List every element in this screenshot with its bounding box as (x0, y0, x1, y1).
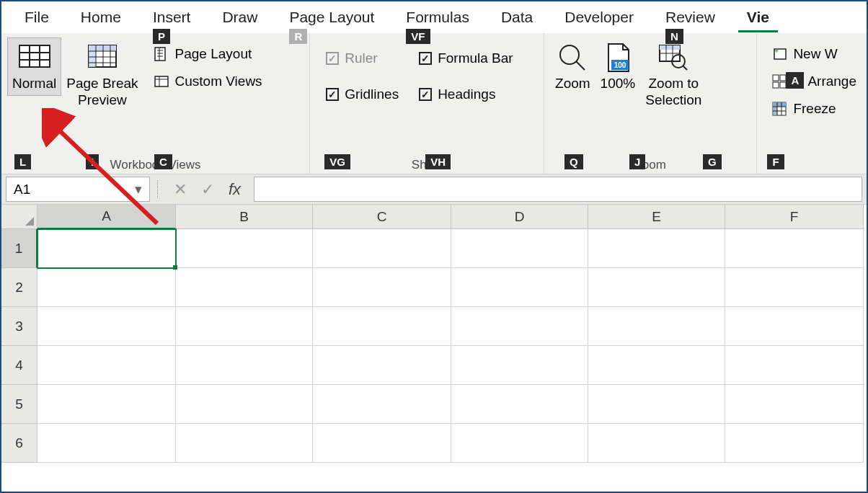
cell-F4[interactable] (725, 346, 864, 385)
cell-E3[interactable] (588, 307, 725, 346)
cell-E4[interactable] (588, 346, 725, 385)
new-window-label: New W (793, 46, 837, 62)
zoom-selection-button[interactable]: Zoom to Selection (640, 37, 707, 112)
tab-view[interactable]: Vie (731, 3, 785, 32)
cell-B5[interactable] (176, 385, 313, 424)
cell-E2[interactable] (588, 268, 725, 307)
row-header-3[interactable]: 3 (1, 307, 37, 346)
page-break-preview-button[interactable]: Page Break Preview (61, 37, 143, 112)
freeze-panes-button[interactable]: Freeze (767, 98, 861, 120)
new-window-button[interactable]: + New W (767, 43, 861, 65)
row-header-6[interactable]: 6 (1, 424, 37, 463)
tab-developer[interactable]: Developer (549, 3, 650, 32)
cell-C2[interactable] (313, 268, 451, 307)
row-header-5[interactable]: 5 (1, 385, 37, 424)
cell-A2[interactable] (37, 268, 176, 307)
formula-bar-checkbox[interactable]: ✓ Formula Bar (419, 48, 513, 69)
tab-insert[interactable]: Insert P (137, 3, 207, 32)
cell-C3[interactable] (313, 307, 451, 346)
tab-data[interactable]: Data (485, 3, 549, 32)
column-header-F[interactable]: F (725, 205, 864, 229)
keytip-zoom: Q (564, 154, 583, 169)
cell-D5[interactable] (451, 385, 588, 424)
row-header-2[interactable]: 2 (1, 268, 37, 307)
cell-A1[interactable] (37, 229, 176, 268)
arrange-icon (771, 74, 787, 89)
gridlines-checkbox[interactable]: ✓ Gridlines (326, 84, 399, 105)
cell-E6[interactable] (588, 424, 725, 463)
tab-home[interactable]: Home (65, 3, 137, 32)
cell-C1[interactable] (313, 229, 451, 268)
cell-C4[interactable] (313, 346, 451, 385)
cell-A3[interactable] (37, 307, 176, 346)
cell-E1[interactable] (588, 229, 725, 268)
cell-A5[interactable] (37, 385, 176, 424)
cell-B4[interactable] (176, 346, 313, 385)
headings-label: Headings (438, 86, 495, 102)
tab-page-layout[interactable]: Page Layout R (273, 3, 390, 32)
column-header-A[interactable]: A (37, 205, 176, 229)
tab-draw[interactable]: Draw (206, 3, 273, 32)
new-window-icon: + (771, 46, 787, 62)
checkbox-icon: ✓ (419, 88, 432, 101)
ruler-checkbox: ✓ Ruler (326, 48, 399, 69)
cell-A6[interactable] (37, 424, 176, 463)
cell-F5[interactable] (725, 385, 864, 424)
cell-D4[interactable] (451, 346, 588, 385)
cell-F3[interactable] (725, 307, 864, 346)
row-header-1[interactable]: 1 (1, 229, 37, 268)
row-header-4[interactable]: 4 (1, 346, 37, 385)
cell-C6[interactable] (313, 424, 451, 463)
cell-B1[interactable] (176, 229, 313, 268)
page-layout-button[interactable]: Page Layout (149, 43, 267, 65)
cell-D2[interactable] (451, 268, 588, 307)
svg-rect-19 (155, 76, 168, 86)
keytip-formulas: VF (406, 29, 430, 44)
cell-E5[interactable] (588, 385, 725, 424)
keytip-gridlines: VG (324, 154, 350, 169)
keytip-custom-views: C (154, 154, 172, 169)
checkbox-icon: ✓ (326, 52, 339, 65)
column-header-E[interactable]: E (588, 205, 725, 229)
name-box[interactable]: A1 ▾ (6, 177, 150, 202)
checkbox-icon: ✓ (419, 52, 432, 65)
custom-views-button[interactable]: Custom Views (149, 71, 267, 92)
cell-C5[interactable] (313, 385, 451, 424)
svg-rect-41 (773, 102, 777, 115)
zoom-100-button[interactable]: 100 100% (595, 37, 641, 112)
cell-A4[interactable] (37, 346, 176, 385)
headings-checkbox[interactable]: ✓ Headings (419, 84, 513, 105)
dropdown-icon[interactable]: ▾ (135, 181, 142, 197)
cell-F6[interactable] (725, 424, 864, 463)
cell-D1[interactable] (451, 229, 588, 268)
normal-label: Normal (12, 76, 56, 92)
cell-B2[interactable] (176, 268, 313, 307)
cell-F1[interactable] (725, 229, 864, 268)
svg-rect-7 (89, 45, 96, 67)
tab-review[interactable]: Review N (650, 3, 731, 32)
column-header-D[interactable]: D (451, 205, 588, 229)
svg-text:100: 100 (614, 61, 626, 69)
gridlines-label: Gridlines (345, 86, 399, 102)
page-layout-label: Page Layout (175, 46, 252, 62)
cell-D6[interactable] (451, 424, 588, 463)
svg-rect-35 (773, 75, 779, 81)
cell-B3[interactable] (176, 307, 313, 346)
select-all-corner[interactable] (1, 205, 37, 229)
cell-F2[interactable] (725, 268, 864, 307)
normal-view-button[interactable]: Normal (7, 37, 61, 96)
keytip-normal: L (14, 154, 31, 169)
tab-formulas[interactable]: Formulas VF (390, 3, 485, 32)
custom-views-icon (154, 74, 169, 89)
zoom-button[interactable]: Zoom (550, 37, 595, 112)
fx-icon[interactable]: fx (229, 180, 241, 199)
column-header-C[interactable]: C (313, 205, 451, 229)
svg-line-23 (576, 61, 585, 70)
cell-D3[interactable] (451, 307, 588, 346)
tab-file[interactable]: File (9, 3, 65, 32)
column-header-B[interactable]: B (176, 205, 313, 229)
cell-B6[interactable] (176, 424, 313, 463)
formula-input[interactable] (254, 177, 862, 202)
page-layout-icon (154, 46, 169, 62)
arrange-all-button[interactable]: A Arrange (767, 71, 861, 92)
